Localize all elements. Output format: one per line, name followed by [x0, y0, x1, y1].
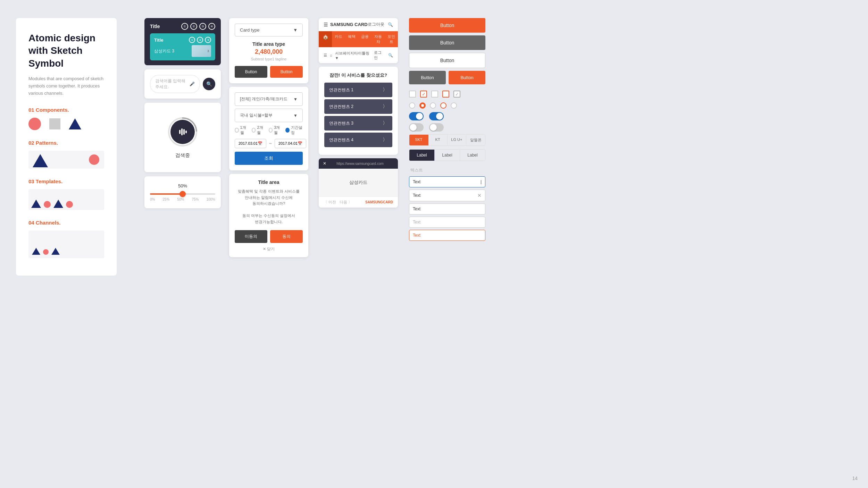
checkbox-unchecked-1[interactable] [409, 91, 416, 98]
tab-home[interactable]: 🏠 [319, 31, 332, 47]
filter-select1[interactable]: [전체] 개인/가족/체크카드 ▼ [235, 92, 303, 106]
subnav-login[interactable]: 로그인 [374, 50, 385, 60]
card-dropdown-panel: Card type ▼ Title area type 2,480,000 Su… [229, 18, 308, 83]
section-03: 03 Templates. [28, 178, 104, 184]
tab-lgu[interactable]: LG U+ [448, 135, 467, 145]
btn-orange-1[interactable]: Button [409, 18, 485, 33]
btn-outline-1[interactable]: Button [409, 53, 485, 68]
search-icon-top[interactable]: 🔍 [388, 22, 393, 27]
teal-circle-2: ② [197, 37, 203, 43]
btn-split-dark[interactable]: Button [409, 71, 446, 84]
samsung-logo-area: ☰ SAMSUNG CARD [324, 22, 368, 27]
slider-fill [150, 193, 183, 195]
nav-next[interactable]: 다음 〉 [340, 200, 352, 205]
subnav-home[interactable]: ⌂ [330, 53, 332, 57]
tab-point[interactable]: 포인트 [385, 31, 398, 47]
samsung-nav: ☰ SAMSUNG CARD 로그아웃 🔍 🏠 카드 혜택 금융 자동차 포인트… [319, 18, 398, 63]
calendar-icon-from: 📅 [258, 141, 262, 146]
radio-period[interactable]: 기간설정 [285, 125, 303, 135]
teal-circle-3: ③ [205, 37, 211, 43]
input-active-text[interactable]: Text | [409, 176, 485, 187]
btn-split-orange[interactable]: Button [449, 71, 485, 84]
checkbox-unchecked-2[interactable] [431, 91, 438, 98]
search-input-wrapper[interactable]: 검색어를 입력해 주세요. 🎤 [150, 75, 200, 93]
template-circle-1 [44, 201, 51, 208]
toggle-on-1[interactable] [409, 112, 424, 120]
sf-arrow-1: 〉 [383, 87, 387, 93]
checkbox-check-gray[interactable]: ✓ [453, 91, 460, 98]
tab-card[interactable]: 카드 [332, 31, 345, 47]
card-type-dropdown[interactable]: Card type ▼ [235, 24, 303, 36]
samsung-card-logo: SAMSUNGCARD [365, 200, 393, 204]
label-tab-1[interactable]: Label [409, 150, 435, 161]
slider-thumb[interactable] [180, 191, 186, 197]
search-button[interactable]: 🔍 [203, 78, 215, 90]
toggle-off-2[interactable] [429, 123, 444, 132]
card-btn2[interactable]: Button [270, 66, 303, 78]
radio-unchecked-2[interactable] [430, 102, 436, 109]
sf-item-1[interactable]: 연관컨텐츠 1 〉 [324, 83, 392, 97]
close-link[interactable]: ✕ 닫기 [235, 246, 303, 252]
toggle-thumb-3 [410, 124, 417, 131]
date-to-input[interactable]: 2017.04.01 📅 [275, 139, 306, 148]
tab-finance[interactable]: 금융 [358, 31, 372, 47]
search-filter-button[interactable]: 조회 [235, 152, 303, 165]
subnav-search[interactable]: 🔍 [388, 53, 393, 58]
radio-checked-orange[interactable] [419, 102, 426, 109]
samsung-logo-text: SAMSUNG CARD [330, 22, 368, 27]
label-tab-2[interactable]: Label [435, 150, 460, 161]
radio-unchecked-3[interactable] [451, 102, 457, 109]
radio-3month[interactable]: 3개월 [269, 125, 282, 135]
tab-skt[interactable]: SKT [409, 135, 428, 145]
input-normal-text[interactable]: Text [409, 203, 485, 214]
radio-orange-outline[interactable] [440, 102, 446, 109]
tick-75: 75% [192, 197, 199, 201]
tab-car[interactable]: 자동차 [372, 31, 385, 47]
sf-arrow-4: 〉 [383, 137, 387, 143]
section-01: 01 Components. [28, 107, 104, 113]
checkbox-checked-orange[interactable]: ✓ [420, 91, 427, 98]
tab-budget[interactable]: 알뜰폰 [466, 135, 485, 145]
hamburger-icon[interactable]: ☰ [324, 22, 328, 27]
btn-gray-1[interactable]: Button [409, 35, 485, 50]
svg-rect-3 [181, 128, 183, 135]
browser-url-text: https://www.samsungcard.com [326, 162, 394, 166]
teal-circle-1: ① [189, 37, 195, 43]
toggle-on-2[interactable] [429, 112, 444, 120]
consent-no-button[interactable]: 미동의 [235, 230, 267, 243]
mic-icon: 🎤 [190, 82, 195, 86]
templates-box [28, 189, 104, 210]
filter-select2[interactable]: 국내 일시불+할부 ▼ [235, 109, 303, 122]
pattern-circle [89, 154, 99, 165]
subnav-hamburger[interactable]: ☰ [324, 53, 327, 58]
toggle-off-1[interactable] [409, 123, 424, 132]
radio-unchecked-1[interactable] [409, 102, 415, 109]
template-tri-1 [31, 200, 41, 208]
tab-kt[interactable]: KT [428, 135, 448, 145]
input-placeholder-2[interactable]: Text [409, 217, 485, 228]
clear-icon[interactable]: ✕ [477, 193, 482, 198]
browser-close-btn[interactable]: ✕ [323, 161, 326, 166]
radio-inner [421, 104, 424, 107]
radio-1month[interactable]: 1개월 [235, 125, 248, 135]
logout-link[interactable]: 로그아웃 [368, 22, 384, 27]
input-error-text[interactable]: Text [409, 230, 485, 241]
checkbox-orange-outline[interactable] [442, 91, 449, 98]
sf-item-3[interactable]: 연관컨텐츠 3 〉 [324, 116, 392, 131]
card-btn1[interactable]: Button [235, 66, 267, 78]
nav-prev[interactable]: 〈 이전 [324, 200, 336, 205]
consent-yes-button[interactable]: 동의 [270, 230, 303, 243]
input-placeholder-text[interactable]: 텍스트 [409, 165, 485, 176]
input-with-clear[interactable]: Text ✕ [409, 190, 485, 201]
sf-item-4[interactable]: 연관컨텐츠 4 〉 [324, 133, 392, 147]
slider-track[interactable] [150, 193, 215, 195]
label-tab-3[interactable]: Label [460, 150, 485, 161]
channels-box [28, 230, 104, 258]
tab-benefit[interactable]: 혜택 [345, 31, 358, 47]
radio-2month[interactable]: 2개월 [252, 125, 265, 135]
sf-item-2[interactable]: 연관컨텐츠 2 〉 [324, 99, 392, 114]
search-icon: 🔍 [206, 81, 212, 87]
date-from-input[interactable]: 2017.03.01 📅 [235, 139, 266, 148]
radio-circle-4 [285, 128, 290, 133]
card-label-text: 삼성카드 3 [154, 48, 174, 54]
